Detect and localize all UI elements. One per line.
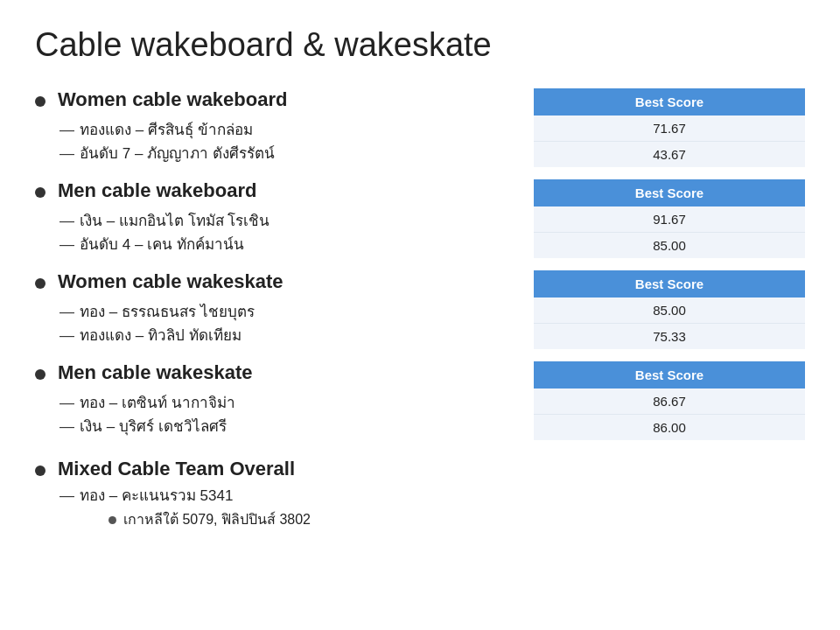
sub-item-women-wakeskate-0: —ทอง – ธรรณธนสร ไชยบุตร	[60, 300, 516, 324]
dash-women-wakeskate-1: —	[60, 324, 74, 347]
score-row-men-wakeboard-0: 91.67	[534, 206, 805, 233]
mixed-item1: — ทอง – คะแนนรวม 5341	[60, 484, 805, 508]
sub-items-men-wakeboard: —เงิน – แมกอินไต โทมัส โรเชิน—อันดับ 4 –…	[60, 209, 516, 256]
title-row-men-wakeskate: Men cable wakeskate	[35, 361, 516, 388]
score-row-men-wakeskate-1: 86.00	[534, 415, 805, 440]
mixed-inner-row: เกาหลีใต้ 5079, ฟิลิปปินส์ 3802	[108, 508, 805, 531]
item-text-women-wakeskate-1: ทองแดง – ทิวลิป ทัดเทียม	[80, 324, 242, 347]
mixed-title: Mixed Cable Team Overall	[58, 458, 295, 480]
item-text-women-wakeboard-1: อันดับ 7 – ภัญญาภา ตังศีรรัตน์	[80, 142, 275, 165]
item-text-men-wakeskate-0: ทอง – เตซินท์ นากาจิม่า	[80, 391, 235, 415]
score-header-women-wakeboard: Best Score	[534, 88, 805, 116]
title-row-women-wakeskate: Women cable wakeskate	[35, 270, 516, 297]
sections-container: Women cable wakeboard—ทองแดง – ศีรสินธุ์…	[35, 88, 805, 452]
mixed-sub-bullet: เกาหลีใต้ 5079, ฟิลิปปินส์ 3802	[84, 508, 805, 531]
title-row-women-wakeboard: Women cable wakeboard	[35, 88, 516, 115]
sub-bullet-dot	[108, 516, 116, 524]
section-right-women-wakeskate: Best Score85.0075.33	[534, 270, 805, 354]
section-right-men-wakeskate: Best Score86.6786.00	[534, 361, 805, 445]
sub-items-women-wakeskate: —ทอง – ธรรณธนสร ไชยบุตร—ทองแดง – ทิวลิป …	[60, 300, 516, 347]
mixed-title-row: Mixed Cable Team Overall	[35, 458, 805, 484]
bullet-dot-mixed	[35, 466, 46, 476]
section-left-women-wakeskate: Women cable wakeskate—ทอง – ธรรณธนสร ไชย…	[35, 270, 534, 353]
section-left-women-wakeboard: Women cable wakeboard—ทองแดง – ศีรสินธุ์…	[35, 88, 534, 171]
score-table-women-wakeboard: Best Score71.6743.67	[534, 88, 805, 167]
score-header-men-wakeboard: Best Score	[534, 179, 805, 206]
item-text-women-wakeboard-0: ทองแดง – ศีรสินธุ์ ข้ากล่อม	[80, 118, 253, 142]
sub-item-men-wakeboard-1: —อันดับ 4 – เคน ทักค์มาน์น	[60, 233, 516, 256]
sub-items-men-wakeskate: —ทอง – เตซินท์ นากาจิม่า—เงิน – บุริศร์ …	[60, 391, 516, 438]
section-title-women-wakeboard: Women cable wakeboard	[58, 88, 287, 111]
bullet-dot-women-wakeboard	[35, 96, 46, 107]
item-text-men-wakeboard-1: อันดับ 4 – เคน ทักค์มาน์น	[80, 233, 244, 256]
score-row-women-wakeboard-1: 43.67	[534, 142, 805, 167]
content-area: Women cable wakeboard—ทองแดง – ศีรสินธุ์…	[35, 88, 805, 536]
title-row-men-wakeboard: Men cable wakeboard	[35, 179, 516, 206]
score-row-women-wakeskate-0: 85.00	[534, 298, 805, 324]
section-block-women-wakeboard: Women cable wakeboard—ทองแดง – ศีรสินธุ์…	[35, 88, 805, 172]
sub-item-men-wakeboard-0: —เงิน – แมกอินไต โทมัส โรเชิน	[60, 209, 516, 233]
mixed-item1-text: ทอง – คะแนนรวม 5341	[80, 484, 233, 508]
score-row-women-wakeboard-0: 71.67	[534, 116, 805, 142]
bullet-dot-men-wakeskate	[35, 369, 46, 380]
dash-men-wakeskate-1: —	[60, 415, 74, 438]
dash-women-wakeboard-0: —	[60, 118, 74, 142]
dash-men-wakeboard-0: —	[60, 209, 74, 233]
score-table-men-wakeskate: Best Score86.6786.00	[534, 361, 805, 440]
score-row-men-wakeboard-1: 85.00	[534, 233, 805, 258]
dash-women-wakeskate-0: —	[60, 300, 74, 324]
sub-item-women-wakeskate-1: —ทองแดง – ทิวลิป ทัดเทียม	[60, 324, 516, 347]
score-row-men-wakeskate-0: 86.67	[534, 388, 805, 415]
sub-item-women-wakeboard-0: —ทองแดง – ศีรสินธุ์ ข้ากล่อม	[60, 118, 516, 142]
sub-item-women-wakeboard-1: —อันดับ 7 – ภัญญาภา ตังศีรรัตน์	[60, 142, 516, 165]
item-text-men-wakeskate-1: เงิน – บุริศร์ เดชวิไลศรี	[80, 415, 227, 438]
section-title-women-wakeskate: Women cable wakeskate	[58, 270, 284, 293]
dash-women-wakeboard-1: —	[60, 142, 74, 165]
section-left-men-wakeskate: Men cable wakeskate—ทอง – เตซินท์ นากาจิ…	[35, 361, 534, 444]
score-row-women-wakeskate-1: 75.33	[534, 324, 805, 349]
section-block-women-wakeskate: Women cable wakeskate—ทอง – ธรรณธนสร ไชย…	[35, 270, 805, 354]
dash-mixed1: —	[60, 484, 74, 508]
section-right-men-wakeboard: Best Score91.6785.00	[534, 179, 805, 263]
dash-men-wakeboard-1: —	[60, 233, 74, 256]
item-text-men-wakeboard-0: เงิน – แมกอินไต โทมัส โรเชิน	[80, 209, 270, 233]
mixed-sub-items: — ทอง – คะแนนรวม 5341 เกาหลีใต้ 5079, ฟิ…	[60, 484, 805, 531]
score-header-men-wakeskate: Best Score	[534, 361, 805, 388]
section-title-men-wakeskate: Men cable wakeskate	[58, 361, 253, 384]
score-header-women-wakeskate: Best Score	[534, 270, 805, 298]
dash-men-wakeskate-0: —	[60, 391, 74, 415]
sub-items-women-wakeboard: —ทองแดง – ศีรสินธุ์ ข้ากล่อม—อันดับ 7 – …	[60, 118, 516, 165]
mixed-sub-text: เกาหลีใต้ 5079, ฟิลิปปินส์ 3802	[123, 508, 311, 531]
section-block-men-wakeboard: Men cable wakeboard—เงิน – แมกอินไต โทมั…	[35, 179, 805, 263]
sub-item-men-wakeskate-0: —ทอง – เตซินท์ นากาจิม่า	[60, 391, 516, 415]
section-title-men-wakeboard: Men cable wakeboard	[58, 179, 256, 202]
score-table-men-wakeboard: Best Score91.6785.00	[534, 179, 805, 258]
bottom-section: Mixed Cable Team Overall — ทอง – คะแนนรว…	[35, 458, 805, 536]
bullet-dot-men-wakeboard	[35, 187, 46, 198]
section-left-men-wakeboard: Men cable wakeboard—เงิน – แมกอินไต โทมั…	[35, 179, 534, 262]
section-right-women-wakeboard: Best Score71.6743.67	[534, 88, 805, 172]
section-block-men-wakeskate: Men cable wakeskate—ทอง – เตซินท์ นากาจิ…	[35, 361, 805, 445]
score-table-women-wakeskate: Best Score85.0075.33	[534, 270, 805, 349]
sub-item-men-wakeskate-1: —เงิน – บุริศร์ เดชวิไลศรี	[60, 415, 516, 438]
page-title: Cable wakeboard & wakeskate	[35, 26, 805, 64]
item-text-women-wakeskate-0: ทอง – ธรรณธนสร ไชยบุตร	[80, 300, 255, 324]
bullet-dot-women-wakeskate	[35, 278, 46, 289]
